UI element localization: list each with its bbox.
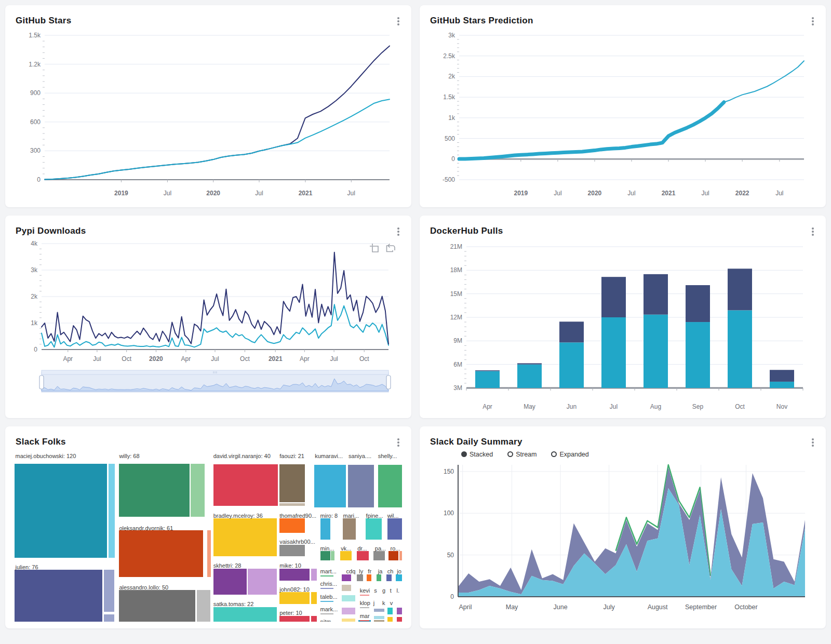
- slider-handle-left[interactable]: [39, 375, 44, 389]
- treemap-block[interactable]: [119, 464, 190, 517]
- treemap-block[interactable]: [386, 574, 392, 581]
- legend-item-stream[interactable]: Stream: [507, 451, 537, 458]
- svg-text:Aug: Aug: [650, 403, 661, 410]
- bar-segment[interactable]: [686, 285, 710, 322]
- treemap-block[interactable]: [360, 620, 369, 621]
- treemap-block[interactable]: [357, 551, 369, 560]
- datazoom-slider[interactable]: [15, 368, 402, 395]
- slider-handle-right[interactable]: [386, 375, 391, 389]
- bar-segment[interactable]: [475, 371, 500, 388]
- treemap-block[interactable]: [343, 518, 356, 540]
- bar-segment[interactable]: [644, 274, 668, 315]
- treemap-block[interactable]: [342, 574, 351, 581]
- treemap-block[interactable]: [207, 530, 211, 576]
- treemap-block[interactable]: [104, 570, 114, 611]
- treemap-label: mart...: [320, 568, 337, 574]
- kebab-menu-icon[interactable]: [395, 437, 402, 448]
- treemap-block[interactable]: [320, 551, 330, 560]
- treemap-block[interactable]: [342, 595, 355, 601]
- treemap-block[interactable]: [397, 608, 402, 614]
- kebab-menu-icon[interactable]: [809, 226, 816, 237]
- bar-segment[interactable]: [517, 365, 542, 388]
- treemap-block[interactable]: [342, 585, 351, 591]
- bar-segment[interactable]: [686, 322, 710, 388]
- zoom-select-icon[interactable]: [369, 243, 379, 253]
- treemap-block[interactable]: [314, 465, 345, 507]
- bar-segment[interactable]: [770, 382, 794, 388]
- bar-segment[interactable]: [601, 277, 626, 318]
- treemap-block[interactable]: [320, 601, 333, 602]
- treemap-block[interactable]: [119, 590, 196, 621]
- treemap-block[interactable]: [248, 569, 277, 595]
- treemap-block[interactable]: [311, 616, 316, 622]
- legend-item-stacked[interactable]: Stacked: [461, 451, 493, 458]
- treemap-block[interactable]: [374, 609, 385, 612]
- treemap-block[interactable]: [213, 569, 247, 595]
- svg-text:Jul: Jul: [701, 190, 709, 197]
- treemap-block[interactable]: [279, 503, 305, 506]
- treemap-block[interactable]: [399, 551, 402, 560]
- treemap-block[interactable]: [320, 588, 333, 589]
- treemap-block[interactable]: [279, 518, 305, 533]
- treemap-block[interactable]: [373, 551, 385, 560]
- treemap-block[interactable]: [348, 465, 374, 507]
- treemap-block[interactable]: [397, 617, 402, 622]
- treemap-label: dr...: [357, 545, 367, 552]
- treemap-block[interactable]: [366, 518, 382, 540]
- kebab-menu-icon[interactable]: [809, 437, 816, 448]
- treemap-block[interactable]: [377, 574, 382, 581]
- treemap-block[interactable]: [388, 551, 398, 560]
- bar-segment[interactable]: [475, 370, 500, 371]
- treemap-block[interactable]: [360, 607, 369, 608]
- treemap-block[interactable]: [191, 464, 204, 517]
- treemap-block[interactable]: [311, 592, 316, 604]
- treemap-block[interactable]: [213, 607, 277, 622]
- treemap-block[interactable]: [374, 616, 385, 619]
- treemap-block[interactable]: [342, 619, 355, 622]
- treemap-block[interactable]: [331, 551, 334, 560]
- treemap-block[interactable]: [213, 518, 277, 556]
- treemap-block[interactable]: [15, 570, 102, 621]
- treemap-block[interactable]: [342, 608, 355, 614]
- treemap-block[interactable]: [340, 551, 352, 560]
- kebab-menu-icon[interactable]: [395, 226, 402, 237]
- treemap-block[interactable]: [320, 518, 330, 540]
- restore-icon[interactable]: [385, 243, 396, 253]
- treemap-block[interactable]: [357, 574, 363, 581]
- bar-segment[interactable]: [517, 364, 542, 365]
- treemap-label: fr: [368, 568, 371, 574]
- treemap-block[interactable]: [279, 464, 305, 502]
- svg-text:Oct: Oct: [359, 355, 369, 363]
- treemap-block[interactable]: [119, 530, 204, 576]
- treemap-block[interactable]: [374, 620, 385, 622]
- treemap-block[interactable]: [279, 545, 305, 556]
- treemap-block[interactable]: [320, 613, 333, 614]
- bar-segment[interactable]: [644, 315, 668, 388]
- bar-segment[interactable]: [770, 370, 794, 382]
- treemap-block[interactable]: [109, 464, 115, 558]
- treemap-block[interactable]: [104, 614, 114, 622]
- treemap-block[interactable]: [15, 464, 107, 558]
- bar-segment[interactable]: [728, 269, 752, 311]
- treemap-block[interactable]: [387, 608, 393, 614]
- bar-segment[interactable]: [728, 311, 752, 388]
- treemap-block[interactable]: [197, 590, 210, 621]
- bar-segment[interactable]: [601, 317, 626, 388]
- treemap-block[interactable]: [279, 569, 310, 581]
- kebab-menu-icon[interactable]: [395, 16, 402, 27]
- treemap-block[interactable]: [279, 616, 310, 622]
- bar-segment[interactable]: [559, 343, 584, 388]
- legend-item-expanded[interactable]: Expanded: [551, 451, 588, 458]
- treemap-block[interactable]: [396, 574, 402, 581]
- treemap-block[interactable]: [279, 592, 310, 604]
- kebab-menu-icon[interactable]: [809, 16, 816, 27]
- treemap-block[interactable]: [311, 569, 316, 581]
- treemap-block[interactable]: [387, 518, 402, 540]
- treemap-block[interactable]: [320, 575, 333, 576]
- treemap-block[interactable]: [213, 464, 278, 506]
- treemap-block[interactable]: [367, 574, 371, 581]
- treemap-block[interactable]: [387, 617, 393, 622]
- bar-segment[interactable]: [559, 322, 584, 343]
- treemap-block[interactable]: [360, 595, 369, 596]
- treemap-block[interactable]: [378, 465, 402, 507]
